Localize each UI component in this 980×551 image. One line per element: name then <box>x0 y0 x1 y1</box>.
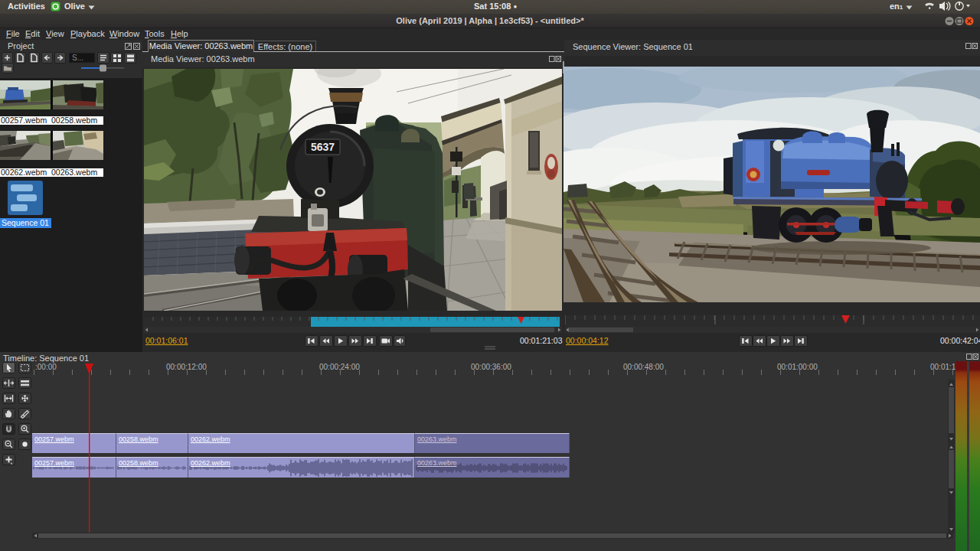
svg-text:S...: S... <box>72 54 83 62</box>
svg-text:5637: 5637 <box>311 141 335 153</box>
